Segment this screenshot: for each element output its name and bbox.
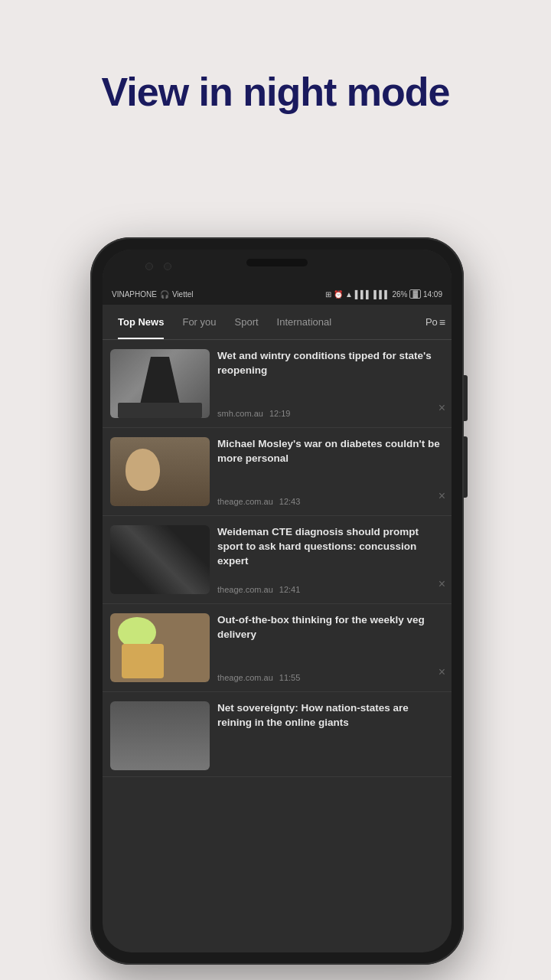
news-thumb-5 [110,701,210,770]
dismiss-btn-4[interactable]: × [439,665,445,679]
news-source-4: theage.com.au [217,673,273,682]
notch-bar [103,250,452,283]
sim-icon: ⊞ [325,290,331,299]
status-right: ⊞ ⏰ ▲ ▌▌▌ ▌▌▌ 26% ▓ 14:09 [325,289,442,299]
dismiss-btn-1[interactable]: × [439,401,445,415]
camera-left [145,263,153,270]
news-thumb-1 [110,349,210,418]
news-time-1: 12:19 [269,409,291,418]
news-source-3: theage.com.au [217,585,273,594]
news-time-4: 11:55 [279,673,301,682]
phone-screen: VINAPHONE 🎧 Viettel ⊞ ⏰ ▲ ▌▌▌ ▌▌▌ 26% ▓ … [103,250,452,952]
news-item-2[interactable]: Michael Mosley's war on diabetes couldn'… [103,428,452,516]
carrier-name: VINAPHONE [112,290,157,299]
power-button [464,375,468,421]
news-title-3: Weideman CTE diagnosis should prompt spo… [217,525,444,569]
dismiss-btn-2[interactable]: × [439,489,445,503]
news-title-1: Wet and wintry conditions tipped for sta… [217,349,444,378]
page-title: View in night mode [0,69,551,115]
nav-tabs-bar: Top News For you Sport International Po … [103,305,452,340]
tab-top-news[interactable]: Top News [109,305,173,339]
news-time-2: 12:43 [279,497,301,506]
news-thumb-4 [110,613,210,682]
news-item-5[interactable]: Net sovereignty: How nation-states are r… [103,692,452,777]
news-title-2: Michael Mosley's war on diabetes couldn'… [217,437,444,466]
news-thumb-3 [110,525,210,594]
wifi-icon: ▲ [345,290,353,299]
tab-for-you[interactable]: For you [173,305,225,339]
news-content-5: Net sovereignty: How nation-states are r… [217,701,444,770]
news-meta-1: smh.com.au 12:19 [217,409,444,418]
news-time-3: 12:41 [279,585,301,594]
alarm-icon: ⏰ [334,290,343,299]
news-content-4: Out-of-the-box thinking for the weekly v… [217,613,444,682]
news-content-2: Michael Mosley's war on diabetes couldn'… [217,437,444,506]
news-item-4[interactable]: Out-of-the-box thinking for the weekly v… [103,604,452,692]
news-item-1[interactable]: Wet and wintry conditions tipped for sta… [103,340,452,428]
more-tabs-label: Po [425,316,438,328]
battery-percent: 26% [392,290,407,299]
news-source-1: smh.com.au [217,409,263,418]
speaker-slot [246,259,308,266]
camera-right [164,263,171,270]
signal-icon2: ▌▌▌ [373,290,390,299]
news-item-3[interactable]: Weideman CTE diagnosis should prompt spo… [103,516,452,604]
phone-mockup: VINAPHONE 🎧 Viettel ⊞ ⏰ ▲ ▌▌▌ ▌▌▌ 26% ▓ … [90,237,464,965]
volume-button [464,436,468,498]
news-title-4: Out-of-the-box thinking for the weekly v… [217,613,444,642]
headphone-icon: 🎧 [160,290,169,299]
hamburger-icon: ≡ [439,316,445,328]
news-meta-4: theage.com.au 11:55 [217,673,444,682]
dismiss-btn-3[interactable]: × [439,577,445,591]
news-source-2: theage.com.au [217,497,273,506]
more-tabs-button[interactable]: Po ≡ [425,316,445,328]
news-meta-3: theage.com.au 12:41 [217,585,444,594]
tab-international[interactable]: International [268,305,341,339]
status-left: VINAPHONE 🎧 Viettel [112,290,194,299]
news-title-5: Net sovereignty: How nation-states are r… [217,701,444,730]
carrier-name2: Viettel [172,290,194,299]
battery-icon: ▓ [409,289,421,299]
news-thumb-2 [110,437,210,506]
news-meta-2: theage.com.au 12:43 [217,497,444,506]
tab-sport[interactable]: Sport [226,305,268,339]
news-list: Wet and wintry conditions tipped for sta… [103,340,452,777]
signal-icon: ▌▌▌ [355,290,371,299]
time-display: 14:09 [423,290,442,299]
news-content-1: Wet and wintry conditions tipped for sta… [217,349,444,418]
news-content-3: Weideman CTE diagnosis should prompt spo… [217,525,444,594]
status-bar: VINAPHONE 🎧 Viettel ⊞ ⏰ ▲ ▌▌▌ ▌▌▌ 26% ▓ … [103,283,452,305]
